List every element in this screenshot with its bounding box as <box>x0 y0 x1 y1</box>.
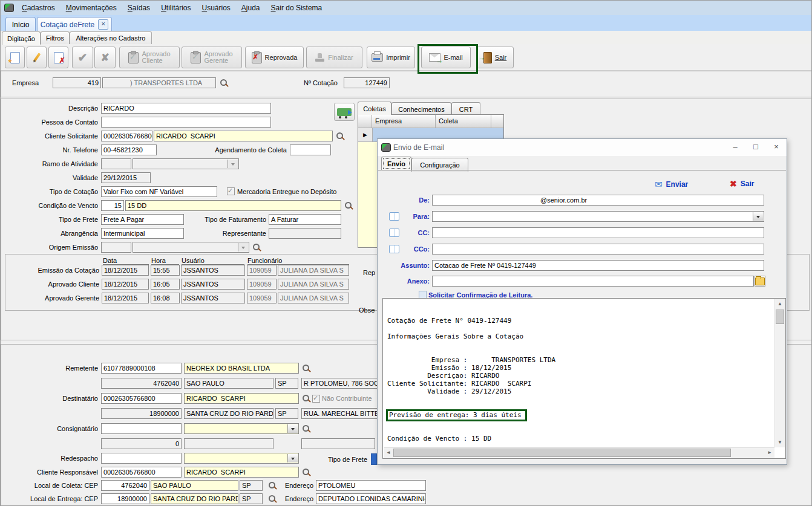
ramo-combo[interactable] <box>133 158 239 169</box>
maximize-icon[interactable]: □ <box>745 141 766 154</box>
cancel-button[interactable]: ✘ <box>94 47 116 68</box>
aprovado-cliente-button[interactable]: ✓ AprovadoCliente <box>119 47 180 68</box>
dialog-sair-button[interactable]: ✖ Sair <box>730 179 754 189</box>
cliente-responsavel-code-field[interactable]: 00026305766800 <box>101 467 182 478</box>
edit-button[interactable] <box>27 47 47 68</box>
remetente-name-field[interactable]: NEOREX DO BRASIL LTDA <box>184 363 299 374</box>
empresa-search-icon[interactable] <box>220 79 229 88</box>
aprovado-gerente-usuario-field[interactable]: JSSANTOS <box>181 293 245 303</box>
truck-button[interactable] <box>334 103 355 121</box>
destinatario-city-field[interactable]: SANTA CRUZ DO RIO PARDO <box>184 408 273 419</box>
chevron-down-icon[interactable] <box>228 160 238 168</box>
cond-vencto-search-icon[interactable] <box>344 201 353 210</box>
num-cotacao-field[interactable]: 127449 <box>344 77 390 88</box>
origem-emissao-search-icon[interactable] <box>252 243 261 252</box>
cliente-responsavel-search-icon[interactable] <box>302 468 311 477</box>
tipo-cotacao-combo[interactable]: Valor Fixo com NF Variável <box>101 186 217 197</box>
cco-field[interactable] <box>432 244 764 255</box>
emissao-usuario-field[interactable]: JSSANTOS <box>181 265 245 276</box>
aprovado-gerente-button[interactable]: ✓ AprovadoGerente <box>182 47 242 68</box>
local-entrega-uf-field[interactable]: SP <box>240 493 263 504</box>
menu-sair-sistema[interactable]: Sair do Sistema <box>266 4 328 12</box>
tab-close-icon[interactable]: × <box>98 19 108 30</box>
remetente-uf-field[interactable]: SP <box>275 378 298 389</box>
origem-emissao-code-field[interactable] <box>101 242 131 253</box>
reprovada-button[interactable]: ✗ Reprovada <box>245 47 304 68</box>
scroll-down-icon[interactable]: ▼ <box>775 438 785 447</box>
consignatario-city-field[interactable] <box>184 438 273 449</box>
cond-vencto-code-field[interactable]: 15 <box>101 200 124 211</box>
aprovado-cliente-func-combo[interactable]: JULIANA DA SILVA S <box>278 279 349 290</box>
para-field[interactable] <box>432 211 764 222</box>
subtab-digitacao[interactable]: Digitação <box>2 31 41 45</box>
cliente-solicitante-name-field[interactable]: RICARDO SCARPI <box>154 131 333 141</box>
empresa-code-field[interactable]: 419 <box>53 77 101 88</box>
finalizar-button[interactable]: Finalizar <box>306 47 362 68</box>
remetente-code-field[interactable]: 61077889000108 <box>101 363 182 374</box>
descricao-field[interactable]: RICARDO <box>101 103 271 114</box>
tab-cotacao-frete[interactable]: Cotação deFrete × <box>37 17 112 31</box>
representante-field[interactable] <box>269 228 341 239</box>
aprovado-cliente-data-field[interactable]: 18/12/2015 <box>102 279 149 290</box>
email-button[interactable]: E-mail <box>421 47 471 68</box>
agendamento-field[interactable] <box>290 144 331 155</box>
email-dialog-titlebar[interactable]: Envio de E-mail – □ × <box>378 139 787 156</box>
cc-field[interactable] <box>432 227 764 238</box>
confirm-button[interactable]: ✔ <box>72 47 93 68</box>
local-coleta-city-combo[interactable]: SAO PAULO <box>151 480 238 491</box>
address-book-icon[interactable] <box>389 245 399 253</box>
chevron-down-icon[interactable] <box>753 212 763 221</box>
emissao-func-code-field[interactable]: 109059 <box>247 265 277 276</box>
validade-field[interactable]: 29/12/2015 <box>101 172 151 183</box>
tab-crt[interactable]: CRT <box>451 102 480 115</box>
cond-vencto-combo[interactable]: 15 DD <box>125 200 341 211</box>
chevron-down-icon[interactable] <box>238 243 248 251</box>
tab-conhecimentos[interactable]: Conhecimentos <box>391 102 451 115</box>
emissao-hora-field[interactable]: 15:55 <box>151 265 180 276</box>
delete-button[interactable] <box>48 47 68 68</box>
pessoa-contato-field[interactable] <box>101 117 271 128</box>
redespacho-code-field[interactable] <box>101 453 182 464</box>
menu-ajuda[interactable]: Ajuda <box>236 4 266 12</box>
tab-coletas[interactable]: Coletas <box>358 102 391 115</box>
remetente-search-icon[interactable] <box>302 364 311 373</box>
imprimir-button[interactable]: Imprimir <box>367 47 415 68</box>
cliente-responsavel-name-field[interactable]: RICARDO SCARPI <box>184 467 299 478</box>
assunto-field[interactable]: Cotacao de Frete Nº 0419-127449 <box>432 260 764 271</box>
consignatario-search-icon[interactable] <box>302 424 311 433</box>
local-entrega-search-icon[interactable] <box>268 495 277 504</box>
horizontal-scroll-thumb[interactable] <box>393 449 731 457</box>
aprovado-gerente-func-code-field[interactable]: 109059 <box>247 293 277 303</box>
origem-emissao-combo[interactable] <box>133 242 249 253</box>
menu-cadastros[interactable]: Cadastros <box>16 4 61 12</box>
aprovado-gerente-hora-field[interactable]: 16:08 <box>151 293 180 303</box>
nao-contribuinte-checkbox[interactable] <box>312 395 320 403</box>
tipo-frete-combo[interactable]: Frete A Pagar <box>101 214 184 225</box>
col-header-coleta[interactable]: Coleta <box>436 115 491 128</box>
consignatario-cep-field[interactable]: 0 <box>101 438 182 449</box>
consignatario-name-field[interactable] <box>184 423 299 434</box>
aprovado-cliente-usuario-field[interactable]: JSSANTOS <box>181 279 245 290</box>
vertical-scroll-thumb[interactable] <box>776 310 784 324</box>
redespacho-name-field[interactable] <box>184 453 299 464</box>
mercadoria-deposito-checkbox[interactable] <box>227 187 235 195</box>
menu-movimentacoes[interactable]: Movimentações <box>61 4 122 12</box>
entrega-endereco-field[interactable]: DEPUTADO LEONIDAS CAMARINHA <box>316 493 426 504</box>
abrangencia-combo[interactable]: Intermunicipal <box>101 228 184 239</box>
local-entrega-city-combo[interactable]: SANTA CRUZ DO RIO PARDO <box>151 493 238 504</box>
horizontal-scrollbar[interactable]: ◄ ► <box>384 447 774 458</box>
de-field[interactable]: @senior.com.br <box>432 195 764 206</box>
anexo-field[interactable] <box>432 276 754 287</box>
coleta-endereco-field[interactable]: PTOLOMEU <box>316 480 426 491</box>
col-header-empresa[interactable]: Empresa <box>372 115 436 128</box>
email-body-area[interactable]: Cotação de Frete N° 0419-127449 Informaç… <box>382 298 786 459</box>
new-button[interactable] <box>5 47 25 68</box>
local-coleta-uf-field[interactable]: SP <box>240 480 263 491</box>
destinatario-uf-field[interactable]: SP <box>275 408 298 419</box>
scroll-left-icon[interactable]: ◄ <box>384 448 393 458</box>
aprovado-cliente-hora-field[interactable]: 16:05 <box>151 279 180 290</box>
sair-button[interactable]: Sair <box>476 47 514 68</box>
consignatario-code-field[interactable] <box>101 423 182 434</box>
ramo-code-field[interactable] <box>101 158 131 169</box>
subtab-alteracoes[interactable]: Alterações no Cadastro <box>70 31 152 44</box>
